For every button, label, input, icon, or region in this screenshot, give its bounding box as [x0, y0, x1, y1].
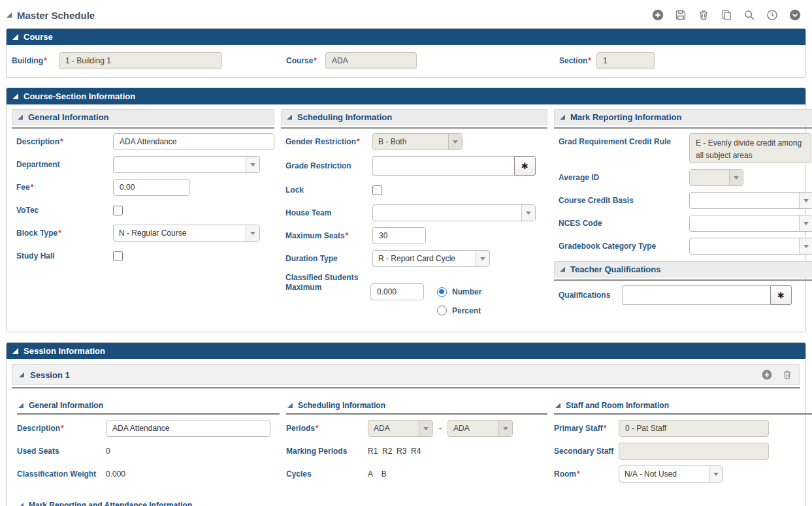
- study-hall-checkbox[interactable]: [113, 251, 123, 261]
- secondary-staff-label: Secondary Staff: [554, 447, 619, 456]
- grad-requirement-credit-rule-label: Grad Requirement Credit Rule: [559, 133, 689, 147]
- dropdown-caret-icon: [448, 134, 462, 150]
- collapse-triangle-icon: [560, 267, 565, 272]
- qualifications-picker-button[interactable]: ✱: [770, 285, 792, 305]
- cycles-label: Cycles: [286, 469, 368, 479]
- session-scheduling-information-section: Scheduling Information Periods* ADA - AD…: [286, 399, 547, 488]
- block-type-select[interactable]: N - Regular Course: [113, 225, 260, 242]
- course-panel: Course Building* Course* Section*: [6, 28, 806, 78]
- room-select[interactable]: N/A - Not Used: [619, 466, 723, 482]
- number-radio[interactable]: [437, 287, 447, 297]
- marking-periods-label: Marking Periods: [286, 447, 368, 456]
- staff-and-room-information-header[interactable]: Staff and Room Information: [554, 399, 812, 413]
- collapse-triangle-icon: [287, 403, 293, 408]
- add-session-icon[interactable]: [761, 369, 773, 381]
- course-credit-basis-select[interactable]: [689, 192, 812, 209]
- qualifications-label: Qualifications: [559, 291, 622, 300]
- course-panel-title: Course: [24, 32, 53, 42]
- course-credit-basis-label: Course Credit Basis: [559, 196, 689, 206]
- page-title: Master Schedule: [17, 10, 95, 21]
- primary-staff-field: [619, 420, 769, 437]
- section-label: Section*: [559, 56, 596, 66]
- fee-input[interactable]: [113, 179, 190, 196]
- gradebook-category-type-select[interactable]: [689, 238, 812, 255]
- session-panel: Session Information Session 1: [6, 342, 806, 506]
- general-information-header[interactable]: General Information: [12, 109, 274, 125]
- session1-header[interactable]: Session 1: [12, 364, 800, 385]
- dropdown-caret-icon[interactable]: [799, 215, 812, 231]
- dropdown-caret-icon[interactable]: [709, 466, 723, 482]
- delete-session-icon[interactable]: [781, 369, 793, 381]
- dropdown-caret-icon[interactable]: [476, 251, 489, 266]
- grade-restriction-label: Grade Restriction: [285, 161, 372, 171]
- dropdown-caret-icon[interactable]: [799, 193, 812, 208]
- dropdown-caret-icon[interactable]: [799, 238, 812, 254]
- session-general-information-header[interactable]: General Information: [17, 399, 280, 413]
- asterisk-icon: ✱: [777, 291, 785, 300]
- delete-icon[interactable]: [697, 8, 710, 22]
- dropdown-caret-icon[interactable]: [246, 225, 259, 241]
- save-icon[interactable]: [674, 8, 687, 22]
- copy-icon[interactable]: [720, 8, 733, 22]
- used-seats-value: 0: [106, 447, 110, 456]
- teacher-qualifications-header[interactable]: Teacher Qualifications: [554, 261, 812, 277]
- nces-code-label: NCES Code: [559, 219, 689, 229]
- building-field: [59, 52, 222, 69]
- periods-separator: -: [439, 424, 442, 433]
- duration-type-label: Duration Type: [285, 254, 372, 264]
- average-id-label: Average ID: [559, 173, 689, 183]
- toolbar: [651, 8, 804, 22]
- used-seats-label: Used Seats: [17, 447, 106, 456]
- course-section-header[interactable]: Course-Section Information: [7, 88, 805, 104]
- general-information-section: General Information Description* Departm…: [12, 109, 274, 270]
- page-header: Master Schedule: [0, 0, 812, 28]
- block-type-label: Block Type*: [16, 229, 113, 238]
- lock-label: Lock: [285, 185, 372, 195]
- collapse-all-icon[interactable]: [788, 8, 802, 22]
- collapse-triangle-icon: [560, 115, 565, 120]
- classified-students-maximum-input[interactable]: [370, 283, 424, 300]
- collapse-triangle-icon: [12, 34, 18, 40]
- house-team-select[interactable]: [372, 204, 536, 221]
- secondary-staff-field: [619, 443, 769, 460]
- maximum-seats-input[interactable]: [372, 227, 426, 244]
- department-select[interactable]: [113, 156, 260, 173]
- description-input[interactable]: [113, 133, 274, 150]
- scheduling-information-section: Scheduling Information Gender Restrictio…: [281, 109, 547, 321]
- session-description-input[interactable]: [106, 420, 270, 437]
- scheduling-information-header[interactable]: Scheduling Information: [281, 109, 547, 125]
- dropdown-caret-icon[interactable]: [246, 157, 259, 172]
- collapse-triangle-icon: [12, 93, 18, 99]
- building-label: Building*: [12, 56, 59, 66]
- course-panel-header[interactable]: Course: [7, 29, 805, 45]
- collapse-triangle-icon: [19, 372, 24, 377]
- history-icon[interactable]: [766, 8, 779, 22]
- grade-restriction-picker-button[interactable]: ✱: [514, 156, 536, 176]
- course-field: [325, 52, 417, 69]
- study-hall-label: Study Hall: [16, 251, 113, 261]
- session-panel-header[interactable]: Session Information: [7, 343, 805, 359]
- mark-reporting-attendance-header[interactable]: Mark Reporting and Attendance Informatio…: [17, 499, 798, 506]
- dropdown-caret-icon: [729, 170, 743, 185]
- nces-code-select[interactable]: [689, 215, 812, 232]
- mark-reporting-information-header[interactable]: Mark Reporting Information: [554, 109, 812, 125]
- qualifications-input[interactable]: [622, 285, 770, 305]
- session-scheduling-information-header[interactable]: Scheduling Information: [286, 399, 547, 413]
- collapse-triangle-icon: [12, 348, 18, 354]
- lock-checkbox[interactable]: [372, 185, 382, 195]
- session-panel-title: Session Information: [24, 346, 105, 356]
- staff-and-room-information-section: Staff and Room Information Primary Staff…: [554, 399, 812, 488]
- search-icon[interactable]: [743, 8, 756, 22]
- dropdown-caret-icon: [498, 420, 512, 436]
- collapse-triangle-icon[interactable]: [7, 12, 12, 18]
- number-radio-label: Number: [452, 287, 481, 296]
- duration-type-select[interactable]: R - Report Card Cycle: [372, 250, 490, 267]
- marking-periods-value: R1 R2 R3 R4: [368, 447, 421, 456]
- cycles-value: A B: [368, 469, 387, 479]
- votec-checkbox[interactable]: [113, 206, 123, 215]
- percent-radio[interactable]: [437, 306, 447, 315]
- house-team-label: House Team: [285, 208, 372, 218]
- grade-restriction-input[interactable]: [372, 156, 514, 176]
- dropdown-caret-icon[interactable]: [521, 205, 535, 221]
- add-icon[interactable]: [651, 8, 664, 22]
